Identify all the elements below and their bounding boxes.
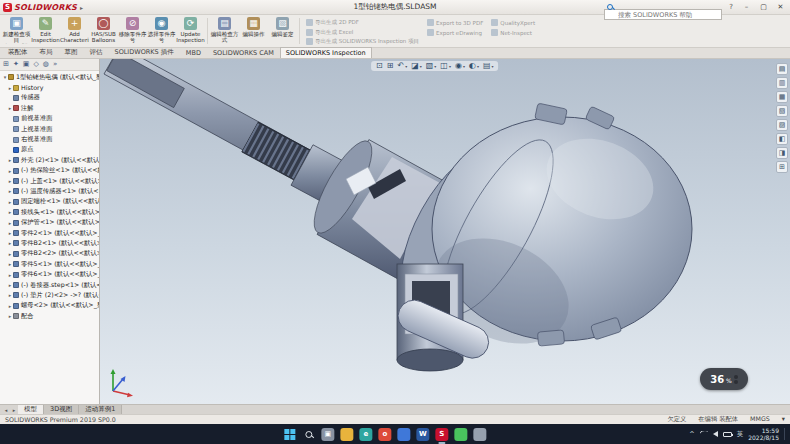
browser-icon[interactable] xyxy=(397,428,410,441)
tree-row[interactable]: ▸固定端栓<1> (默认<<默认>_显示状态 1>) xyxy=(0,197,99,207)
ribbon-button-edit-inspection[interactable]: ✎Edit Inspection xyxy=(31,16,60,46)
notes-icon[interactable] xyxy=(473,428,486,441)
tree-row[interactable]: ▸配合 xyxy=(0,311,99,321)
tree-row[interactable]: ▸零件5<1> (默认<<默认>_显示状态 1>) xyxy=(0,259,99,269)
tree-row[interactable]: ▸零件6<1> (默认<<默认>_显示状态 1>) xyxy=(0,269,99,279)
tree-row[interactable]: ▸零件2<1> (默认<<默认>_显示状态 1>) xyxy=(0,228,99,238)
tree-row[interactable]: 原点 xyxy=(0,145,99,155)
configuration-manager-tab[interactable]: ▣ xyxy=(23,61,30,68)
ribbon-button-export-edrawing[interactable]: Export eDrawing xyxy=(427,28,483,37)
section-view-icon[interactable]: ◪▾ xyxy=(411,62,422,70)
doc-tab-运动算例1[interactable]: 运动算例1 xyxy=(79,405,122,414)
word-icon[interactable]: W xyxy=(416,428,429,441)
ribbon-button-export-2d-pdf[interactable]: 导出生成 2D PDF xyxy=(306,18,419,27)
maximize-button[interactable]: ▢ xyxy=(757,3,770,11)
dimxpert-manager-tab[interactable]: ◇ xyxy=(33,61,38,68)
edge-icon[interactable]: e xyxy=(359,428,372,441)
previous-view-icon[interactable]: ↶▾ xyxy=(397,62,407,70)
tree-row[interactable]: ▸(-) 温度传感器<1> (默认<<默认>_显示状 xyxy=(0,186,99,196)
tree-row[interactable]: 右视基准面 xyxy=(0,134,99,144)
tree-row[interactable]: ▸零件B2<1> (默认<<默认>_显示状态 1>) xyxy=(0,238,99,248)
battery-icon[interactable] xyxy=(723,432,732,437)
ribbon-button-select-balloons[interactable]: ◉选择零件序号 xyxy=(147,16,176,46)
solidworks-icon[interactable]: S xyxy=(435,428,448,441)
tab-草图[interactable]: 草图 xyxy=(59,46,84,58)
tree-row[interactable]: 传感器 xyxy=(0,93,99,103)
ribbon-button-export-sw-inspection[interactable]: 导出生成 SOLIDWORKS Inspection 项目 xyxy=(306,37,419,46)
display-manager-tab[interactable]: ◍ xyxy=(43,61,49,68)
plugin-tool-3[interactable]: ▦ xyxy=(776,91,788,103)
plugin-tool-7[interactable]: ◨ xyxy=(776,147,788,159)
menu-expand-arrow-icon[interactable]: ▸ xyxy=(80,4,83,11)
thermocouple-assembly[interactable] xyxy=(104,59,692,371)
doc-tab-nav-left[interactable]: ◂ xyxy=(2,405,10,414)
tree-row[interactable]: ▾1型铂铑热电偶 (默认<默认_显示状态-1>) xyxy=(0,72,99,82)
doc-tab-模型[interactable]: 模型 xyxy=(18,405,44,414)
plugin-tool-5[interactable]: ▨ xyxy=(776,119,788,131)
graphics-viewport[interactable]: ⊡⊞↶▾◪▾▧▾◫▾◉▾◐▾▤▾ ▤▥▦▧▨◧◨⊞ 36 % xyxy=(100,59,790,404)
plugin-tool-6[interactable]: ◧ xyxy=(776,133,788,145)
ribbon-button-export-3d-pdf[interactable]: Export to 3D PDF xyxy=(427,18,483,27)
tree-row[interactable]: ▸(-) 上盖<1> (默认<<默认>_显示状态 1>) xyxy=(0,176,99,186)
doc-tab-3D视图[interactable]: 3D视图 xyxy=(44,405,79,414)
file-explorer-icon[interactable] xyxy=(340,428,353,441)
tab-MBD[interactable]: MBD xyxy=(180,47,207,58)
display-style-icon[interactable]: ◫▾ xyxy=(440,62,451,70)
ribbon-button-export-excel[interactable]: 导出生成 Excel xyxy=(306,28,419,37)
doc-tab-nav-right[interactable]: ▸ xyxy=(10,405,18,414)
close-button[interactable]: ✕ xyxy=(774,3,787,11)
start-button[interactable] xyxy=(283,428,296,441)
tree-row[interactable]: ▸螺母<2> (默认<<默认>_显示状态 1>) xyxy=(0,301,99,311)
tree-row[interactable]: ▸接线头<1> (默认<<默认>_显示状态 1>) xyxy=(0,207,99,217)
edit-appearance-icon[interactable]: ◐▾ xyxy=(469,62,479,70)
ribbon-button-new-inspection-project[interactable]: ▣新建检查项目 (emp.fil) xyxy=(2,16,31,46)
tree-row[interactable]: 上视基准面 xyxy=(0,124,99,134)
tree-row[interactable]: ▸(-) 垫片 (2)<2> ->? (默认<<默认>_显示状态 xyxy=(0,290,99,300)
ribbon-button-remove-balloons[interactable]: ⊘移除零件序号 xyxy=(118,16,147,46)
tree-row[interactable]: ▸History xyxy=(0,82,99,92)
tree-row[interactable]: ▸外壳 (2)<1> (默认<<默认>_显示状态 1>) xyxy=(0,155,99,165)
tab-SOLIDWORKS Inspection[interactable]: SOLIDWORKS Inspection xyxy=(280,47,372,58)
tree-row[interactable]: ▸零件B2<2> (默认<<默认>_显示状态 1>) xyxy=(0,249,99,259)
tab-评估[interactable]: 评估 xyxy=(84,46,109,58)
plugin-tool-2[interactable]: ▥ xyxy=(776,77,788,89)
ribbon-button-net-inspect[interactable]: Net-Inspect xyxy=(491,28,535,37)
tree-row[interactable]: 前视基准面 xyxy=(0,114,99,124)
ribbon-button-update-inspection-project[interactable]: ⟳Update Inspection Project xyxy=(176,16,205,46)
tab-布局[interactable]: 布局 xyxy=(34,46,59,58)
volume-icon[interactable] xyxy=(713,431,718,437)
ribbon-button-edit-qualification[interactable]: ▧编辑鉴定 xyxy=(268,16,297,46)
wechat-icon[interactable] xyxy=(454,428,467,441)
help-button[interactable]: ? xyxy=(726,3,736,11)
tree-row[interactable]: ▸保护管<1> (默认<<默认>_显示状态 1>) xyxy=(0,217,99,227)
chrome-icon[interactable]: o xyxy=(378,428,391,441)
tree-row[interactable]: ▸(-) 卷接器.step<1> (默认<<默认>_显示 xyxy=(0,280,99,290)
apply-scene-icon[interactable]: ▤▾ xyxy=(483,62,494,70)
ribbon-button-edit-inspection-methods[interactable]: ▤编辑检查方式 xyxy=(210,16,239,46)
property-manager-tab[interactable]: ✦ xyxy=(13,61,19,68)
ribbon-button-edit-operations[interactable]: ▦编辑操作 xyxy=(239,16,268,46)
feature-manager-tab[interactable]: ⊞ xyxy=(3,61,9,68)
network-icon[interactable] xyxy=(700,431,708,437)
hide-show-items-icon[interactable]: ◉▾ xyxy=(455,62,465,70)
model-3d-view[interactable] xyxy=(100,59,790,404)
tray-chevron-icon[interactable]: ^ xyxy=(689,430,694,438)
minimize-button[interactable]: – xyxy=(740,3,753,11)
plugin-tool-4[interactable]: ▧ xyxy=(776,105,788,117)
zoom-to-fit-icon[interactable]: ⊡ xyxy=(376,62,383,70)
ribbon-button-qualityxpert[interactable]: QualityXpert xyxy=(491,18,535,27)
ribbon-button-add-characteristics[interactable]: +Add Characteristics xyxy=(60,16,89,46)
ribbon-button-has-sub-balloons[interactable]: ◯HAS/SUB Balloons xyxy=(89,16,118,46)
tree-row[interactable]: ▸(-) 热保险丝<1> (默认<<默认>_显示状态 xyxy=(0,166,99,176)
ime-indicator[interactable]: 英 xyxy=(737,430,744,439)
zoom-to-area-icon[interactable]: ⊞ xyxy=(387,62,394,70)
task-view-button[interactable]: ▣ xyxy=(321,428,334,441)
panel-expand-arrow[interactable]: » xyxy=(53,61,57,68)
tab-SOLIDWORKS 插件[interactable]: SOLIDWORKS 插件 xyxy=(109,46,180,58)
plugin-tool-1[interactable]: ▤ xyxy=(776,63,788,75)
tab-SOLIDWORKS CAM[interactable]: SOLIDWORKS CAM xyxy=(207,47,280,58)
tree-row[interactable]: ▸注解 xyxy=(0,103,99,113)
tab-装配体[interactable]: 装配体 xyxy=(2,46,34,58)
search-input[interactable] xyxy=(604,9,722,20)
clock[interactable]: 15:59 2022/8/15 xyxy=(748,427,779,441)
